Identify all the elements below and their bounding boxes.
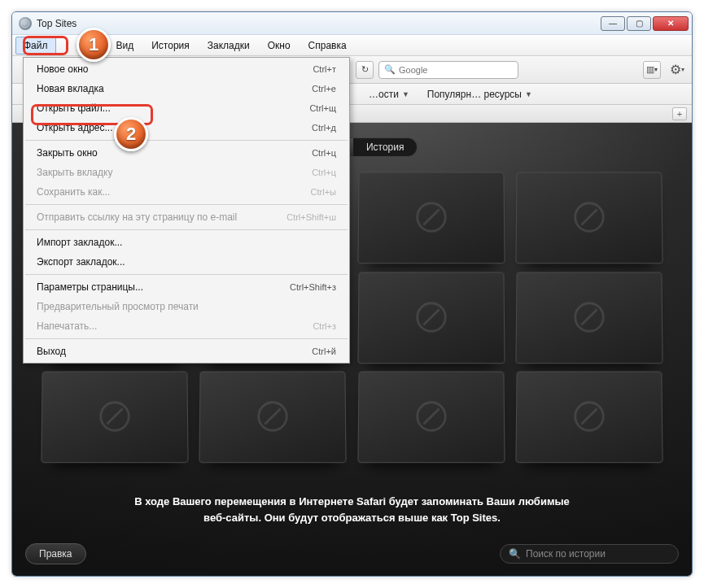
menubar: Файл Вид История Закладки Окно Справка bbox=[12, 35, 692, 56]
topsite-thumb[interactable] bbox=[41, 372, 188, 463]
menu-item-shortcut: Ctrl+й bbox=[312, 345, 336, 358]
minimize-button[interactable]: — bbox=[601, 16, 625, 31]
menu-item-shortcut: Ctrl+щ bbox=[309, 102, 336, 115]
menu-item-shortcut: Ctrl+т bbox=[313, 63, 336, 76]
history-search-placeholder: Поиск по истории bbox=[526, 548, 606, 560]
menu-item-export-bookmarks[interactable]: Экспорт закладок... bbox=[24, 252, 349, 272]
history-search-field[interactable]: 🔍 Поиск по истории bbox=[500, 544, 679, 564]
topsites-empty-message: В ходе Вашего перемещения в Интернете Sa… bbox=[12, 494, 692, 525]
menu-item-open-location[interactable]: Открыть адрес... Ctrl+д bbox=[24, 118, 349, 137]
close-button[interactable]: ✕ bbox=[653, 16, 689, 31]
menu-item-label: Отправить ссылку на эту страницу по e-ma… bbox=[37, 211, 237, 224]
menu-item-print: Напечатать... Ctrl+з bbox=[24, 316, 349, 336]
menu-item-print-preview: Предварительный просмотр печати bbox=[24, 297, 349, 316]
menu-item-label: Экспорт закладок... bbox=[37, 255, 125, 268]
menu-item-shortcut: Ctrl+е bbox=[312, 82, 336, 95]
maximize-button[interactable]: ▢ bbox=[627, 16, 651, 31]
search-icon: 🔍 bbox=[384, 64, 396, 75]
menu-item-label: Новая вкладка bbox=[37, 82, 104, 95]
menu-item-exit[interactable]: Выход Ctrl+й bbox=[24, 342, 349, 361]
topsite-thumb[interactable] bbox=[357, 172, 505, 264]
menu-item-shortcut: Ctrl+Shift+з bbox=[290, 281, 336, 294]
menu-item-new-tab[interactable]: Новая вкладка Ctrl+е bbox=[24, 79, 349, 98]
new-tab-tool-button[interactable]: ▥▾ bbox=[643, 61, 661, 79]
bookmark-news[interactable]: …ости ▼ bbox=[369, 89, 409, 100]
menu-view[interactable]: Вид bbox=[108, 37, 142, 54]
menu-item-label: Открыть файл... bbox=[37, 102, 111, 115]
topsite-thumb[interactable] bbox=[515, 172, 662, 264]
menu-item-label: Закрыть окно bbox=[37, 146, 98, 159]
menu-item-label: Закрыть вкладку bbox=[37, 166, 112, 179]
menu-help[interactable]: Справка bbox=[300, 37, 355, 54]
search-field[interactable]: 🔍 Google bbox=[378, 61, 518, 79]
menu-item-shortcut: Ctrl+з bbox=[313, 320, 336, 333]
message-line-2: веб-сайты. Они будут отображаться выше к… bbox=[61, 510, 643, 526]
menu-bookmarks[interactable]: Закладки bbox=[199, 37, 258, 54]
topsite-thumb[interactable] bbox=[515, 372, 662, 463]
menu-item-save-as: Сохранить как... Ctrl+ы bbox=[24, 182, 349, 202]
menu-item-label: Напечатать... bbox=[37, 320, 97, 333]
menu-history[interactable]: История bbox=[143, 37, 198, 54]
menu-item-label: Параметры страницы... bbox=[37, 281, 143, 294]
settings-gear-icon[interactable]: ⚙▾ bbox=[667, 61, 687, 79]
menu-item-new-window[interactable]: Новое окно Ctrl+т bbox=[24, 59, 349, 79]
menu-item-shortcut: Ctrl+ц bbox=[312, 166, 336, 179]
message-line-1: В ходе Вашего перемещения в Интернете Sa… bbox=[61, 494, 643, 510]
callout-badge-2: 2 bbox=[114, 117, 148, 151]
menu-item-close-window[interactable]: Закрыть окно Ctrl+ц bbox=[24, 143, 349, 163]
svg-point-0 bbox=[21, 20, 29, 28]
menu-item-open-file[interactable]: Открыть файл... Ctrl+щ bbox=[24, 98, 349, 118]
search-engine-label: Google bbox=[399, 65, 427, 75]
bookmark-popular-label: Популярн… ресурсы bbox=[427, 89, 522, 100]
chevron-down-icon: ▼ bbox=[402, 90, 409, 98]
safari-app-icon bbox=[19, 17, 32, 30]
menu-item-import-bookmarks[interactable]: Импорт закладок... bbox=[24, 233, 349, 252]
menu-item-shortcut: Ctrl+ы bbox=[311, 185, 336, 198]
menu-item-label: Импорт закладок... bbox=[37, 236, 122, 249]
file-menu-dropdown: Новое окно Ctrl+т Новая вкладка Ctrl+е О… bbox=[23, 57, 350, 364]
search-icon: 🔍 bbox=[509, 548, 521, 560]
edit-button[interactable]: Правка bbox=[25, 543, 86, 564]
menu-window[interactable]: Окно bbox=[260, 37, 299, 54]
titlebar: Top Sites — ▢ ✕ bbox=[12, 12, 692, 35]
topsite-thumb[interactable] bbox=[357, 372, 505, 463]
menu-item-close-tab: Закрыть вкладку Ctrl+ц bbox=[24, 163, 349, 182]
bookmark-popular[interactable]: Популярн… ресурсы ▼ bbox=[427, 89, 532, 100]
menu-item-label: Открыть адрес... bbox=[37, 121, 113, 134]
mode-history[interactable]: История bbox=[353, 138, 418, 156]
topsite-thumb[interactable] bbox=[357, 272, 505, 363]
menu-item-shortcut: Ctrl+Shift+ш bbox=[286, 211, 336, 224]
reload-button[interactable]: ↻ bbox=[356, 61, 374, 79]
content-bottom-bar: Правка 🔍 Поиск по истории bbox=[25, 540, 679, 568]
menu-item-label: Предварительный просмотр печати bbox=[37, 300, 199, 313]
menu-item-page-setup[interactable]: Параметры страницы... Ctrl+Shift+з bbox=[24, 277, 349, 297]
menu-item-label: Новое окно bbox=[37, 63, 89, 76]
menu-file[interactable]: Файл bbox=[15, 37, 56, 54]
window-controls: — ▢ ✕ bbox=[601, 16, 689, 31]
callout-badge-1: 1 bbox=[77, 28, 111, 62]
chevron-down-icon: ▼ bbox=[525, 90, 532, 98]
new-tab-button[interactable]: + bbox=[672, 107, 687, 120]
menu-item-mail-link: Отправить ссылку на эту страницу по e-ma… bbox=[24, 207, 349, 227]
topsite-thumb[interactable] bbox=[199, 372, 347, 463]
menu-item-label: Выход bbox=[37, 345, 66, 358]
window-title: Top Sites bbox=[37, 18, 601, 29]
topsite-thumb[interactable] bbox=[515, 272, 662, 363]
menu-item-shortcut: Ctrl+д bbox=[312, 121, 336, 134]
menu-item-shortcut: Ctrl+ц bbox=[312, 146, 336, 159]
bookmark-news-label: …ости bbox=[369, 89, 399, 100]
menu-item-label: Сохранить как... bbox=[37, 185, 110, 198]
